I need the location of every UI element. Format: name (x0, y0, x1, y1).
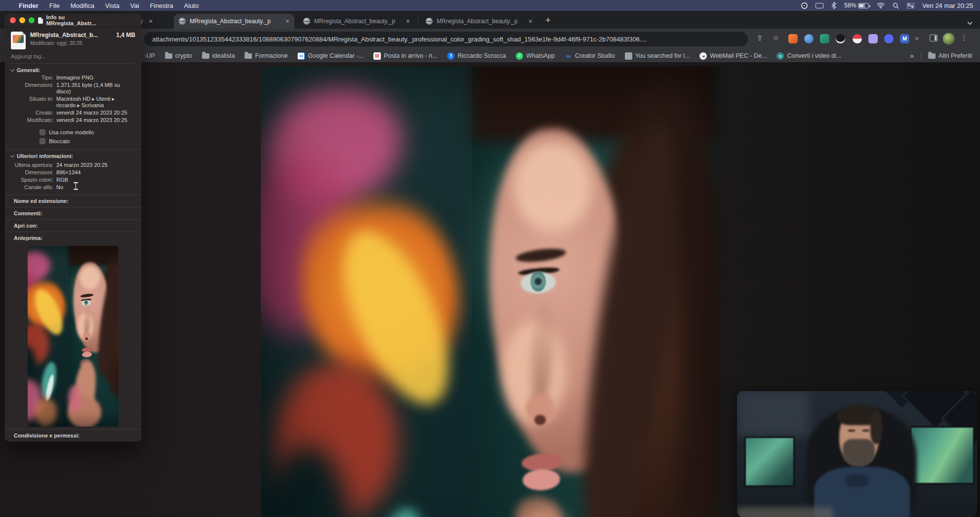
share-icon[interactable]: ⇧ (757, 34, 763, 42)
extension-phantom-ghost-icon[interactable] (868, 34, 878, 43)
other-favorites-folder[interactable]: Altri Preferiti (928, 52, 972, 59)
folder-icon (202, 53, 209, 59)
portrait-right-half (472, 66, 720, 517)
display-icon[interactable] (816, 3, 823, 8)
new-tab-button[interactable]: + (545, 15, 551, 26)
bookmark-gmail[interactable]: MPosta in arrivo - ri... (373, 52, 437, 60)
tab-close-icon[interactable]: × (286, 17, 289, 25)
background-monitor-right (910, 426, 975, 484)
section-nome-ed-estensione[interactable]: Nome ed estensione: (5, 195, 141, 207)
tab-3[interactable]: MRregista_Abstract_beauty._p × (421, 14, 537, 29)
menu-item-vai[interactable]: Vai (130, 2, 139, 9)
png-file-icon (11, 32, 26, 49)
extension-m-tiles-icon[interactable]: M (900, 34, 909, 43)
folder-icon (245, 53, 252, 59)
finder-info-window: Info su MRregista_Abstr... MRregista_Abs… (5, 14, 141, 441)
menu-item-finder[interactable]: Finder (19, 2, 39, 9)
wifi-icon[interactable] (877, 2, 885, 8)
checkbox-icon[interactable] (40, 138, 45, 144)
checkbox-icon[interactable] (40, 129, 45, 135)
checkbox-bloccato[interactable]: Bloccato (5, 137, 141, 146)
tab-close-icon[interactable]: × (529, 17, 532, 25)
screen-record-icon[interactable] (801, 2, 808, 9)
menu-item-modifica[interactable]: Modifica (71, 2, 94, 9)
bookmark-whatsapp[interactable]: ✆WhatsApp (516, 52, 555, 60)
extension-discord-icon[interactable] (884, 34, 894, 43)
facebook-icon: f (447, 52, 454, 60)
portrait-face (71, 261, 113, 354)
browser-menu-kebab-icon[interactable]: ⋮ (960, 33, 968, 42)
chevron-down-icon (10, 68, 14, 72)
zoom-traffic-light[interactable] (29, 17, 35, 23)
menu-bar-clock[interactable]: Ven 24 mar 20:25 (922, 2, 973, 9)
extension-fox-icon[interactable] (788, 34, 798, 43)
battery-icon: ⚡ (858, 3, 869, 8)
side-panel-icon[interactable] (930, 35, 938, 41)
info-row: Spazio colori:RGB (5, 176, 141, 184)
tab-close-icon[interactable]: × (149, 17, 153, 25)
bookmarks-bar: -UP crypto idealista Formazione 31Google… (0, 49, 980, 62)
presenter-beard (843, 439, 875, 467)
chevron-down-icon (10, 154, 14, 158)
bookmark-facebook[interactable]: fRiccardo Scrocca (447, 52, 506, 60)
bookmarks-overflow-chevrons[interactable]: » (910, 52, 914, 60)
abstract-left-half (261, 66, 472, 517)
bookmark-converti-video[interactable]: ≈Converti i video di... (776, 52, 841, 60)
file-modified-line: Modificato: oggi, 20:25 (30, 40, 135, 46)
file-size: 1,4 MB (116, 32, 135, 39)
bookmark-folder-formazione[interactable]: Formazione (245, 52, 287, 59)
whatsapp-icon: ✆ (516, 52, 523, 60)
bluetooth-icon[interactable] (831, 2, 836, 9)
minimize-traffic-light[interactable] (19, 17, 25, 23)
tab-2[interactable]: MRregista_Abstract_beauty._p × (298, 14, 415, 29)
bookmark-webmail-pec[interactable]: ◂WebMail PEC - De... (699, 52, 767, 60)
preview-image[interactable] (28, 246, 119, 427)
extensions-overflow-icon[interactable]: » (915, 34, 919, 42)
add-tags-field[interactable]: Aggiungi tag... (11, 53, 135, 64)
bookmark-you-searched[interactable]: You searched for l... (625, 52, 690, 60)
bookmark-creator-studio[interactable]: ∞Creator Studio (565, 52, 615, 60)
tab-search-chevron-icon[interactable] (968, 17, 973, 22)
section-anteprima[interactable]: Anteprima: (5, 232, 141, 244)
extension-github-cat-icon[interactable] (836, 34, 845, 43)
menu-item-finestra[interactable]: Finestra (150, 2, 173, 9)
control-center-icon[interactable] (907, 3, 914, 8)
close-traffic-light[interactable] (10, 17, 16, 23)
bookmarks-divider (921, 52, 921, 60)
section-apri-con[interactable]: Apri con: (5, 219, 141, 232)
url-text: attachments/1013512335442333816/10889063… (152, 36, 647, 43)
menu-item-file[interactable]: File (49, 2, 60, 9)
bookmark-folder-idealista[interactable]: idealista (202, 52, 235, 59)
folder-icon (165, 53, 172, 59)
battery-indicator[interactable]: 58% ⚡ (844, 2, 869, 9)
menu-item-vista[interactable]: Vista (105, 2, 120, 9)
section-generali[interactable]: Generali: (5, 64, 141, 74)
info-row: Canale alfa:No (5, 184, 141, 191)
checkbox-usa-come-modello[interactable]: Usa come modello (5, 128, 141, 137)
info-window-titlebar[interactable]: Info su MRregista_Abstr... (5, 14, 141, 27)
section-ulteriori-informazioni[interactable]: Ulteriori informazioni: (5, 150, 141, 160)
section-condivisione-e-permessi[interactable]: Condivisione e permessi: (5, 429, 141, 441)
menu-bar: Finder File Modifica Vista Vai Finestra … (0, 0, 980, 11)
bookmark-google-calendar[interactable]: 31Google Calendar -... (297, 52, 364, 60)
profile-avatar[interactable] (942, 33, 955, 45)
bookmark-folder-crypto[interactable]: crypto (165, 52, 192, 59)
bookmark-star-icon[interactable]: ☆ (773, 34, 779, 42)
extension-leaf-icon[interactable] (820, 34, 829, 43)
tab-favicon-globe-icon (426, 18, 433, 25)
main-image[interactable] (261, 66, 720, 517)
webcam-overlay (737, 391, 977, 517)
url-bar[interactable]: attachments/1013512335442333816/10889063… (144, 32, 748, 46)
spotlight-search-icon[interactable] (893, 2, 899, 9)
tab-active[interactable]: MRregista_Abstract_beauty._p × (174, 14, 294, 29)
background-monitor-left (744, 437, 795, 487)
tab-close-icon[interactable]: × (406, 17, 410, 25)
portrait-face (479, 124, 640, 477)
section-commenti[interactable]: Commenti: (5, 207, 141, 219)
extension-pokeball-icon[interactable] (853, 34, 862, 43)
extension-feather-icon[interactable] (804, 34, 814, 43)
bookmark-item[interactable]: -UP (144, 52, 155, 59)
menu-item-aiuto[interactable]: Aiuto (184, 2, 199, 9)
portrait-eye (531, 272, 546, 291)
tab-favicon-globe-icon (179, 18, 186, 25)
